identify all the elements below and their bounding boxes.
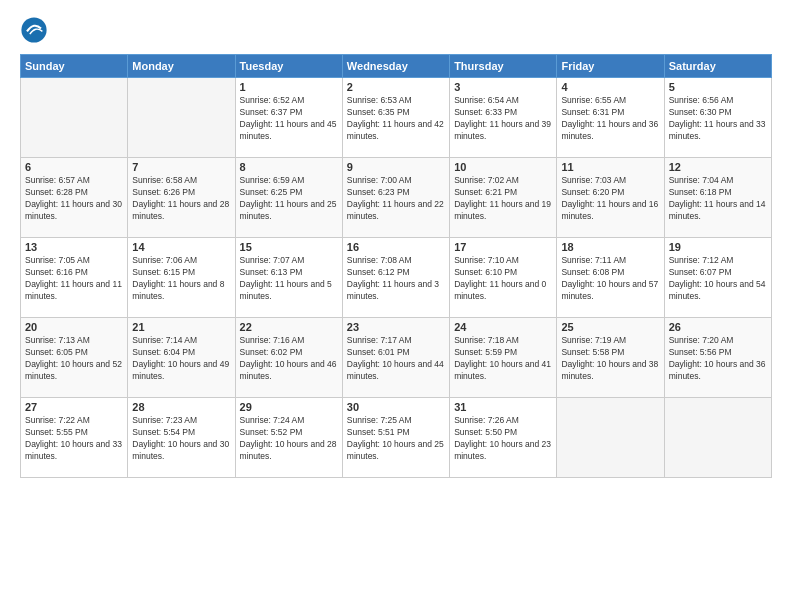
day-info: Sunrise: 7:26 AMSunset: 5:50 PMDaylight:… [454, 415, 552, 463]
calendar-cell: 21Sunrise: 7:14 AMSunset: 6:04 PMDayligh… [128, 318, 235, 398]
calendar-cell: 4Sunrise: 6:55 AMSunset: 6:31 PMDaylight… [557, 78, 664, 158]
weekday-header-row: SundayMondayTuesdayWednesdayThursdayFrid… [21, 55, 772, 78]
calendar-cell: 7Sunrise: 6:58 AMSunset: 6:26 PMDaylight… [128, 158, 235, 238]
logo [20, 16, 52, 44]
day-number: 14 [132, 241, 230, 253]
calendar-cell: 27Sunrise: 7:22 AMSunset: 5:55 PMDayligh… [21, 398, 128, 478]
week-row-5: 27Sunrise: 7:22 AMSunset: 5:55 PMDayligh… [21, 398, 772, 478]
calendar-cell: 28Sunrise: 7:23 AMSunset: 5:54 PMDayligh… [128, 398, 235, 478]
day-info: Sunrise: 7:08 AMSunset: 6:12 PMDaylight:… [347, 255, 445, 303]
day-info: Sunrise: 7:20 AMSunset: 5:56 PMDaylight:… [669, 335, 767, 383]
day-number: 5 [669, 81, 767, 93]
calendar-cell: 5Sunrise: 6:56 AMSunset: 6:30 PMDaylight… [664, 78, 771, 158]
day-number: 20 [25, 321, 123, 333]
day-info: Sunrise: 7:11 AMSunset: 6:08 PMDaylight:… [561, 255, 659, 303]
day-info: Sunrise: 6:55 AMSunset: 6:31 PMDaylight:… [561, 95, 659, 143]
day-info: Sunrise: 7:12 AMSunset: 6:07 PMDaylight:… [669, 255, 767, 303]
week-row-2: 6Sunrise: 6:57 AMSunset: 6:28 PMDaylight… [21, 158, 772, 238]
day-number: 22 [240, 321, 338, 333]
day-number: 28 [132, 401, 230, 413]
week-row-3: 13Sunrise: 7:05 AMSunset: 6:16 PMDayligh… [21, 238, 772, 318]
day-info: Sunrise: 6:53 AMSunset: 6:35 PMDaylight:… [347, 95, 445, 143]
calendar-cell: 18Sunrise: 7:11 AMSunset: 6:08 PMDayligh… [557, 238, 664, 318]
calendar-cell: 19Sunrise: 7:12 AMSunset: 6:07 PMDayligh… [664, 238, 771, 318]
day-info: Sunrise: 7:05 AMSunset: 6:16 PMDaylight:… [25, 255, 123, 303]
day-info: Sunrise: 7:14 AMSunset: 6:04 PMDaylight:… [132, 335, 230, 383]
calendar-cell: 6Sunrise: 6:57 AMSunset: 6:28 PMDaylight… [21, 158, 128, 238]
day-number: 6 [25, 161, 123, 173]
day-number: 26 [669, 321, 767, 333]
calendar-cell: 23Sunrise: 7:17 AMSunset: 6:01 PMDayligh… [342, 318, 449, 398]
calendar-cell: 17Sunrise: 7:10 AMSunset: 6:10 PMDayligh… [450, 238, 557, 318]
day-info: Sunrise: 7:22 AMSunset: 5:55 PMDaylight:… [25, 415, 123, 463]
day-info: Sunrise: 7:10 AMSunset: 6:10 PMDaylight:… [454, 255, 552, 303]
day-info: Sunrise: 7:04 AMSunset: 6:18 PMDaylight:… [669, 175, 767, 223]
calendar-cell: 1Sunrise: 6:52 AMSunset: 6:37 PMDaylight… [235, 78, 342, 158]
day-info: Sunrise: 7:16 AMSunset: 6:02 PMDaylight:… [240, 335, 338, 383]
weekday-header-saturday: Saturday [664, 55, 771, 78]
calendar-cell: 31Sunrise: 7:26 AMSunset: 5:50 PMDayligh… [450, 398, 557, 478]
weekday-header-sunday: Sunday [21, 55, 128, 78]
calendar-cell: 25Sunrise: 7:19 AMSunset: 5:58 PMDayligh… [557, 318, 664, 398]
day-number: 24 [454, 321, 552, 333]
calendar-cell: 13Sunrise: 7:05 AMSunset: 6:16 PMDayligh… [21, 238, 128, 318]
day-number: 10 [454, 161, 552, 173]
weekday-header-tuesday: Tuesday [235, 55, 342, 78]
day-number: 3 [454, 81, 552, 93]
day-info: Sunrise: 7:06 AMSunset: 6:15 PMDaylight:… [132, 255, 230, 303]
day-info: Sunrise: 6:56 AMSunset: 6:30 PMDaylight:… [669, 95, 767, 143]
day-number: 17 [454, 241, 552, 253]
day-info: Sunrise: 6:58 AMSunset: 6:26 PMDaylight:… [132, 175, 230, 223]
calendar-cell [21, 78, 128, 158]
day-info: Sunrise: 7:25 AMSunset: 5:51 PMDaylight:… [347, 415, 445, 463]
day-info: Sunrise: 7:13 AMSunset: 6:05 PMDaylight:… [25, 335, 123, 383]
day-number: 29 [240, 401, 338, 413]
week-row-1: 1Sunrise: 6:52 AMSunset: 6:37 PMDaylight… [21, 78, 772, 158]
day-number: 8 [240, 161, 338, 173]
day-info: Sunrise: 7:23 AMSunset: 5:54 PMDaylight:… [132, 415, 230, 463]
day-number: 13 [25, 241, 123, 253]
calendar-cell: 24Sunrise: 7:18 AMSunset: 5:59 PMDayligh… [450, 318, 557, 398]
calendar-cell: 9Sunrise: 7:00 AMSunset: 6:23 PMDaylight… [342, 158, 449, 238]
calendar-cell: 2Sunrise: 6:53 AMSunset: 6:35 PMDaylight… [342, 78, 449, 158]
day-info: Sunrise: 6:54 AMSunset: 6:33 PMDaylight:… [454, 95, 552, 143]
day-number: 11 [561, 161, 659, 173]
calendar-cell: 16Sunrise: 7:08 AMSunset: 6:12 PMDayligh… [342, 238, 449, 318]
day-number: 25 [561, 321, 659, 333]
day-number: 19 [669, 241, 767, 253]
day-info: Sunrise: 6:57 AMSunset: 6:28 PMDaylight:… [25, 175, 123, 223]
calendar-cell: 29Sunrise: 7:24 AMSunset: 5:52 PMDayligh… [235, 398, 342, 478]
week-row-4: 20Sunrise: 7:13 AMSunset: 6:05 PMDayligh… [21, 318, 772, 398]
calendar-cell: 26Sunrise: 7:20 AMSunset: 5:56 PMDayligh… [664, 318, 771, 398]
calendar-cell: 20Sunrise: 7:13 AMSunset: 6:05 PMDayligh… [21, 318, 128, 398]
weekday-header-monday: Monday [128, 55, 235, 78]
day-info: Sunrise: 7:02 AMSunset: 6:21 PMDaylight:… [454, 175, 552, 223]
day-number: 30 [347, 401, 445, 413]
day-number: 21 [132, 321, 230, 333]
calendar-cell: 14Sunrise: 7:06 AMSunset: 6:15 PMDayligh… [128, 238, 235, 318]
day-info: Sunrise: 7:00 AMSunset: 6:23 PMDaylight:… [347, 175, 445, 223]
day-number: 18 [561, 241, 659, 253]
day-info: Sunrise: 7:07 AMSunset: 6:13 PMDaylight:… [240, 255, 338, 303]
logo-icon [20, 16, 48, 44]
day-number: 23 [347, 321, 445, 333]
day-number: 16 [347, 241, 445, 253]
day-info: Sunrise: 7:19 AMSunset: 5:58 PMDaylight:… [561, 335, 659, 383]
calendar-cell: 3Sunrise: 6:54 AMSunset: 6:33 PMDaylight… [450, 78, 557, 158]
day-number: 12 [669, 161, 767, 173]
calendar-cell: 8Sunrise: 6:59 AMSunset: 6:25 PMDaylight… [235, 158, 342, 238]
calendar-cell [557, 398, 664, 478]
day-number: 1 [240, 81, 338, 93]
calendar-cell: 30Sunrise: 7:25 AMSunset: 5:51 PMDayligh… [342, 398, 449, 478]
calendar-cell: 10Sunrise: 7:02 AMSunset: 6:21 PMDayligh… [450, 158, 557, 238]
day-number: 9 [347, 161, 445, 173]
calendar-cell: 15Sunrise: 7:07 AMSunset: 6:13 PMDayligh… [235, 238, 342, 318]
calendar-container: SundayMondayTuesdayWednesdayThursdayFrid… [0, 0, 792, 488]
day-number: 7 [132, 161, 230, 173]
day-number: 2 [347, 81, 445, 93]
day-info: Sunrise: 7:17 AMSunset: 6:01 PMDaylight:… [347, 335, 445, 383]
day-number: 15 [240, 241, 338, 253]
header [20, 16, 772, 44]
day-number: 27 [25, 401, 123, 413]
calendar-cell [128, 78, 235, 158]
